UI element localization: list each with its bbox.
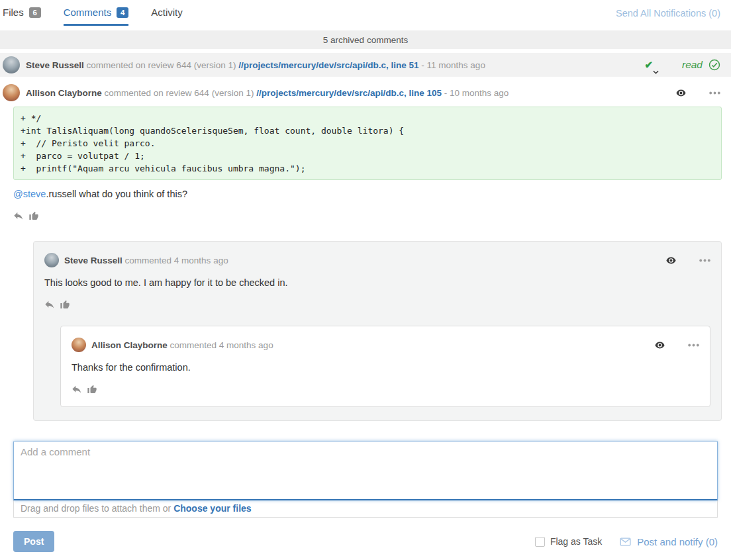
reply-controls (654, 340, 699, 351)
read-label: read (682, 59, 703, 71)
code-line: + printf("Aquam arcu vehicula faucibus u… (21, 162, 714, 175)
tab-files[interactable]: Files 6 (3, 7, 41, 24)
archived-comments-label: 5 archived comments (323, 35, 408, 45)
user-mention-link[interactable]: @steve (13, 189, 46, 199)
post-and-notify-label: Post and notify (0) (637, 536, 718, 547)
file-link[interactable]: //projects/mercury/dev/src/api/db.c, lin… (256, 88, 442, 98)
like-icon[interactable] (28, 210, 39, 221)
eye-icon[interactable] (654, 340, 665, 351)
comment-body-text: .russell what do you think of this? (46, 189, 187, 199)
tab-comments-label: Comments (64, 7, 112, 18)
comment-body: @steve.russell what do you think of this… (13, 189, 731, 199)
resolved-toggle[interactable]: ✔ (644, 59, 653, 71)
more-options-icon[interactable] (699, 259, 710, 262)
post-and-notify-link[interactable]: Post and notify (0) (619, 536, 718, 547)
tab-comments[interactable]: Comments 4 (64, 7, 129, 26)
reply-author: Steve Russell (64, 256, 122, 265)
reply-author: Allison Clayborne (91, 340, 168, 350)
reply-time: commented 4 months ago (125, 256, 228, 265)
reply-icon[interactable] (44, 300, 55, 309)
comment-input[interactable] (13, 441, 718, 500)
reply-controls (665, 255, 710, 266)
code-line: + */ (21, 112, 714, 124)
comment-time: - 11 months ago (421, 60, 485, 70)
code-line: + // Peristo velit parco. (21, 137, 714, 150)
reply-body: This looks good to me. I am happy for it… (44, 277, 710, 288)
flag-as-task-label: Flag as Task (550, 536, 602, 547)
check-icon: ✔ (644, 59, 653, 70)
flag-as-task-option[interactable]: Flag as Task (535, 536, 602, 547)
tab-bar: Files 6 Comments 4 Activity Send All Not… (0, 0, 731, 29)
form-actions: Post Flag as Task Post and notify (0) (13, 531, 718, 552)
avatar (72, 338, 86, 352)
choose-files-link[interactable]: Choose your files (173, 503, 251, 514)
code-line: +int TalisAliquam(long quandoScelerisque… (21, 124, 714, 137)
like-icon[interactable] (87, 384, 97, 395)
code-line: + parco = volutpat / 1; (21, 150, 714, 162)
like-icon[interactable] (60, 299, 70, 310)
tab-activity-label: Activity (151, 7, 183, 18)
form-actions-right: Flag as Task Post and notify (0) (535, 536, 718, 547)
tab-activity[interactable]: Activity (151, 7, 183, 24)
eye-icon[interactable] (675, 87, 687, 99)
comment-meta: Allison Clayborne commented on review 64… (26, 88, 509, 98)
nested-reply-comment: Allison Clayborne commented 4 months ago… (60, 326, 710, 407)
avatar (3, 84, 20, 101)
tab-files-label: Files (3, 7, 24, 18)
comments-count-badge: 4 (117, 7, 128, 18)
comment-action: commented on review 644 (version 1) (87, 60, 236, 70)
comment-actions (13, 210, 731, 221)
reply-actions (44, 299, 710, 310)
archived-comments-bar[interactable]: 5 archived comments (0, 30, 731, 49)
reply-icon[interactable] (13, 211, 24, 220)
reply-icon[interactable] (72, 385, 82, 394)
comment-author: Allison Clayborne (26, 88, 102, 98)
envelope-icon (619, 536, 632, 547)
eye-icon[interactable] (665, 255, 677, 266)
reply-comment: Steve Russell commented 4 months ago Thi… (33, 241, 722, 421)
chevron-down-icon (653, 70, 659, 74)
avatar (44, 253, 59, 267)
comment-time: - 10 months ago (444, 88, 509, 98)
mark-read-icon[interactable] (708, 59, 720, 71)
flag-as-task-checkbox[interactable] (535, 537, 545, 547)
comment-meta: Steve Russell commented on review 644 (v… (26, 60, 485, 70)
reply-actions (72, 384, 699, 395)
reply-meta: Allison Clayborne commented 4 months ago (91, 340, 273, 350)
comment-controls (675, 87, 720, 99)
comment-thread: Allison Clayborne commented on review 64… (0, 82, 731, 421)
files-count-badge: 6 (29, 7, 41, 18)
avatar (3, 56, 20, 73)
add-comment-form: Drag and drop files to attach them or Ch… (13, 441, 718, 552)
reply-header: Allison Clayborne commented 4 months ago (72, 338, 699, 352)
comment-author: Steve Russell (26, 60, 84, 70)
post-button[interactable]: Post (13, 531, 54, 552)
file-link[interactable]: //projects/mercury/dev/src/api/db.c, lin… (238, 60, 418, 70)
comment-action: commented on review 644 (version 1) (105, 88, 254, 98)
send-all-notifications-link[interactable]: Send All Notifications (0) (616, 7, 720, 19)
file-dropzone[interactable]: Drag and drop files to attach them or Ch… (13, 500, 718, 518)
more-options-icon[interactable] (688, 344, 699, 347)
reply-body: Thanks for the confirmation. (72, 362, 699, 373)
code-context-block: + */ +int TalisAliquam(long quandoSceler… (13, 107, 722, 180)
reply-time: commented 4 months ago (170, 340, 273, 350)
archived-row-controls: ✔ read (644, 59, 720, 71)
more-options-icon[interactable] (709, 91, 720, 95)
review-comments-page: Files 6 Comments 4 Activity Send All Not… (0, 0, 731, 552)
archived-comment-row[interactable]: Steve Russell commented on review 644 (v… (0, 53, 731, 77)
reply-header: Steve Russell commented 4 months ago (44, 253, 710, 267)
reply-meta: Steve Russell commented 4 months ago (64, 256, 228, 265)
comment-header: Allison Clayborne commented on review 64… (0, 82, 731, 103)
dropzone-text: Drag and drop files to attach them or (21, 503, 171, 514)
